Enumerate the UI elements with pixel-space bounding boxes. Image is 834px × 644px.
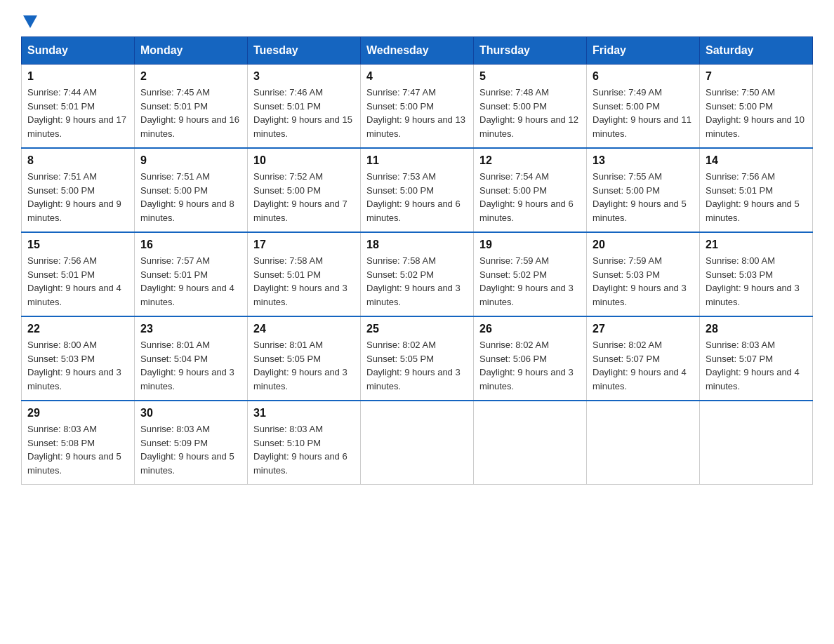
day-info: Sunrise: 7:50 AMSunset: 5:00 PMDaylight:… [706,86,807,140]
calendar-cell: 15 Sunrise: 7:56 AMSunset: 5:01 PMDaylig… [22,232,135,316]
header-thursday: Thursday [474,37,587,65]
day-number: 13 [593,154,694,167]
calendar-cell: 11 Sunrise: 7:53 AMSunset: 5:00 PMDaylig… [361,148,474,232]
day-number: 11 [366,154,468,167]
day-number: 12 [479,154,581,167]
calendar-cell: 29 Sunrise: 8:03 AMSunset: 5:08 PMDaylig… [22,401,135,485]
calendar-cell: 17 Sunrise: 7:58 AMSunset: 5:01 PMDaylig… [248,232,361,316]
calendar-cell: 1 Sunrise: 7:44 AMSunset: 5:01 PMDayligh… [22,65,135,149]
day-number: 31 [253,407,355,420]
day-info: Sunrise: 7:59 AMSunset: 5:03 PMDaylight:… [593,254,694,309]
calendar-cell: 13 Sunrise: 7:55 AMSunset: 5:00 PMDaylig… [587,148,700,232]
day-info: Sunrise: 7:58 AMSunset: 5:01 PMDaylight:… [253,254,355,309]
day-number: 10 [253,154,355,167]
calendar-cell: 10 Sunrise: 7:52 AMSunset: 5:00 PMDaylig… [248,148,361,232]
calendar-cell: 14 Sunrise: 7:56 AMSunset: 5:01 PMDaylig… [700,148,813,232]
day-number: 25 [366,323,468,335]
day-number: 8 [27,154,128,167]
day-info: Sunrise: 7:47 AMSunset: 5:00 PMDaylight:… [366,86,468,140]
logo-text [21,14,39,27]
day-info: Sunrise: 7:53 AMSunset: 5:00 PMDaylight:… [366,170,468,224]
day-info: Sunrise: 7:46 AMSunset: 5:01 PMDaylight:… [253,86,355,140]
calendar-header-row: SundayMondayTuesdayWednesdayThursdayFrid… [22,37,813,65]
day-number: 30 [140,407,241,420]
day-info: Sunrise: 7:54 AMSunset: 5:00 PMDaylight:… [479,170,581,224]
day-info: Sunrise: 7:52 AMSunset: 5:00 PMDaylight:… [253,170,355,224]
day-info: Sunrise: 8:00 AMSunset: 5:03 PMDaylight:… [706,254,807,309]
day-info: Sunrise: 8:02 AMSunset: 5:06 PMDaylight:… [479,338,581,393]
day-number: 20 [593,239,694,251]
header-sunday: Sunday [22,37,135,65]
day-info: Sunrise: 8:02 AMSunset: 5:05 PMDaylight:… [366,338,468,393]
day-number: 5 [479,70,581,83]
calendar-cell [587,401,700,485]
calendar-table: SundayMondayTuesdayWednesdayThursdayFrid… [21,36,813,485]
calendar-week-row: 29 Sunrise: 8:03 AMSunset: 5:08 PMDaylig… [22,401,813,485]
day-info: Sunrise: 8:01 AMSunset: 5:05 PMDaylight:… [253,338,355,393]
logo [21,14,39,24]
calendar-cell: 6 Sunrise: 7:49 AMSunset: 5:00 PMDayligh… [587,65,700,149]
header-tuesday: Tuesday [248,37,361,65]
calendar-cell: 27 Sunrise: 8:02 AMSunset: 5:07 PMDaylig… [587,316,700,401]
day-number: 23 [140,323,241,335]
day-number: 22 [27,323,128,335]
calendar-cell: 5 Sunrise: 7:48 AMSunset: 5:00 PMDayligh… [474,65,587,149]
calendar-cell: 31 Sunrise: 8:03 AMSunset: 5:10 PMDaylig… [248,401,361,485]
day-number: 21 [706,239,807,251]
day-info: Sunrise: 8:03 AMSunset: 5:09 PMDaylight:… [140,422,241,477]
calendar-cell: 21 Sunrise: 8:00 AMSunset: 5:03 PMDaylig… [700,232,813,316]
calendar-cell: 12 Sunrise: 7:54 AMSunset: 5:00 PMDaylig… [474,148,587,232]
day-info: Sunrise: 8:03 AMSunset: 5:07 PMDaylight:… [706,338,807,393]
day-number: 19 [479,239,581,251]
day-info: Sunrise: 8:03 AMSunset: 5:10 PMDaylight:… [253,422,355,477]
calendar-cell: 9 Sunrise: 7:51 AMSunset: 5:00 PMDayligh… [135,148,248,232]
calendar-cell: 24 Sunrise: 8:01 AMSunset: 5:05 PMDaylig… [248,316,361,401]
day-info: Sunrise: 7:49 AMSunset: 5:00 PMDaylight:… [593,86,694,140]
calendar-cell: 4 Sunrise: 7:47 AMSunset: 5:00 PMDayligh… [361,65,474,149]
calendar-cell: 28 Sunrise: 8:03 AMSunset: 5:07 PMDaylig… [700,316,813,401]
day-info: Sunrise: 7:58 AMSunset: 5:02 PMDaylight:… [366,254,468,309]
calendar-cell: 2 Sunrise: 7:45 AMSunset: 5:01 PMDayligh… [135,65,248,149]
day-info: Sunrise: 8:02 AMSunset: 5:07 PMDaylight:… [593,338,694,393]
calendar-cell: 16 Sunrise: 7:57 AMSunset: 5:01 PMDaylig… [135,232,248,316]
day-number: 24 [253,323,355,335]
calendar-cell [474,401,587,485]
day-number: 26 [479,323,581,335]
day-info: Sunrise: 7:51 AMSunset: 5:00 PMDaylight:… [27,170,128,224]
day-info: Sunrise: 8:01 AMSunset: 5:04 PMDaylight:… [140,338,241,393]
day-number: 28 [706,323,807,335]
day-number: 14 [706,154,807,167]
header-monday: Monday [135,37,248,65]
day-info: Sunrise: 7:51 AMSunset: 5:00 PMDaylight:… [140,170,241,224]
calendar-cell: 3 Sunrise: 7:46 AMSunset: 5:01 PMDayligh… [248,65,361,149]
calendar-cell: 7 Sunrise: 7:50 AMSunset: 5:00 PMDayligh… [700,65,813,149]
logo-triangle-icon [23,15,37,28]
day-number: 7 [706,70,807,83]
day-info: Sunrise: 8:03 AMSunset: 5:08 PMDaylight:… [27,422,128,477]
day-number: 9 [140,154,241,167]
day-info: Sunrise: 7:59 AMSunset: 5:02 PMDaylight:… [479,254,581,309]
day-info: Sunrise: 7:48 AMSunset: 5:00 PMDaylight:… [479,86,581,140]
day-info: Sunrise: 7:57 AMSunset: 5:01 PMDaylight:… [140,254,241,309]
day-info: Sunrise: 7:44 AMSunset: 5:01 PMDaylight:… [27,86,128,140]
day-info: Sunrise: 7:56 AMSunset: 5:01 PMDaylight:… [27,254,128,309]
day-number: 2 [140,70,241,83]
day-info: Sunrise: 7:45 AMSunset: 5:01 PMDaylight:… [140,86,241,140]
day-number: 15 [27,239,128,251]
day-info: Sunrise: 8:00 AMSunset: 5:03 PMDaylight:… [27,338,128,393]
calendar-cell: 22 Sunrise: 8:00 AMSunset: 5:03 PMDaylig… [22,316,135,401]
day-number: 16 [140,239,241,251]
calendar-week-row: 15 Sunrise: 7:56 AMSunset: 5:01 PMDaylig… [22,232,813,316]
day-number: 6 [593,70,694,83]
day-info: Sunrise: 7:56 AMSunset: 5:01 PMDaylight:… [706,170,807,224]
day-number: 1 [27,70,128,83]
day-number: 3 [253,70,355,83]
header-wednesday: Wednesday [361,37,474,65]
calendar-week-row: 1 Sunrise: 7:44 AMSunset: 5:01 PMDayligh… [22,65,813,149]
calendar-cell: 26 Sunrise: 8:02 AMSunset: 5:06 PMDaylig… [474,316,587,401]
calendar-cell: 8 Sunrise: 7:51 AMSunset: 5:00 PMDayligh… [22,148,135,232]
calendar-cell: 18 Sunrise: 7:58 AMSunset: 5:02 PMDaylig… [361,232,474,316]
day-number: 27 [593,323,694,335]
day-number: 29 [27,407,128,420]
header-friday: Friday [587,37,700,65]
